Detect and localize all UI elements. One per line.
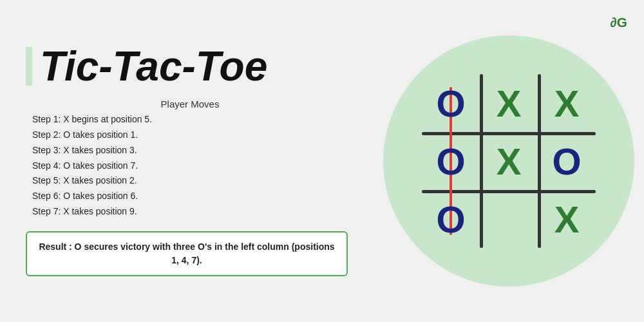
cell-8 (480, 190, 538, 248)
move-item: Step 5: X takes position 2. (32, 173, 348, 189)
title-accent (26, 47, 32, 86)
logo: ∂G (609, 12, 630, 32)
move-item: Step 2: O takes position 1. (32, 128, 348, 143)
main-container: Tic-Tac-Toe Player Moves Step 1: X begin… (0, 0, 644, 322)
move-item: Step 1: X begins at position 5. (32, 112, 348, 128)
move-item: Step 7: X takes position 9. (32, 204, 348, 220)
page-title: Tic-Tac-Toe (40, 46, 267, 87)
cell-1: O (422, 74, 480, 132)
gfg-logo-icon: ∂G (609, 12, 630, 32)
moves-header: Player Moves (32, 99, 348, 109)
moves-list: Step 1: X begins at position 5.Step 2: O… (32, 112, 348, 220)
title-wrapper: Tic-Tac-Toe (26, 46, 348, 87)
moves-section: Player Moves Step 1: X begins at positio… (26, 99, 348, 220)
cell-7: O (422, 190, 480, 248)
board-circle: O X X O X O O X (383, 35, 634, 287)
move-item: Step 4: O takes position 7. (32, 158, 348, 174)
cell-5: X (480, 132, 538, 190)
cell-9: X (538, 190, 596, 248)
cell-4: O (422, 132, 480, 190)
move-item: Step 3: X takes position 3. (32, 143, 348, 158)
game-board: O X X O X O O X (422, 74, 596, 248)
result-box: Result : O secures victory with three O'… (26, 231, 348, 276)
left-panel: Tic-Tac-Toe Player Moves Step 1: X begin… (0, 0, 374, 322)
move-item: Step 6: O takes position 6. (32, 189, 348, 204)
svg-text:∂G: ∂G (611, 15, 627, 30)
cell-2: X (480, 74, 538, 132)
right-panel: O X X O X O O X (374, 0, 644, 322)
cell-3: X (538, 74, 596, 132)
cell-6: O (538, 132, 596, 190)
